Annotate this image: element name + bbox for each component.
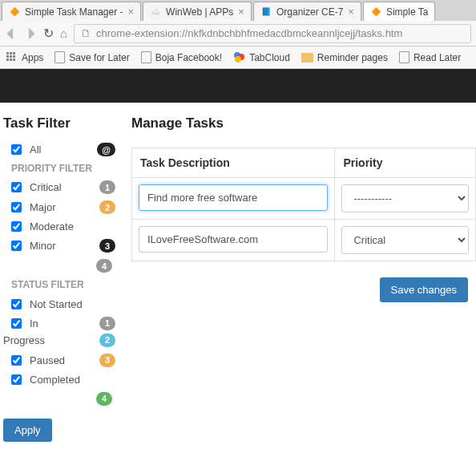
app-header-bar xyxy=(0,69,476,103)
filter-moderate[interactable]: Moderate xyxy=(3,220,115,233)
back-icon[interactable] xyxy=(5,27,18,40)
home-icon[interactable]: ⌂ xyxy=(60,26,67,40)
url-bar[interactable]: 🗋 chrome-extension://nkfkdnbchbhfmedacdb… xyxy=(74,24,471,43)
tab-label: WinWeb | APPs xyxy=(166,6,233,18)
filter-extra-row: 4 xyxy=(3,259,115,273)
tabcloud-icon xyxy=(233,51,245,63)
reload-icon[interactable]: ↻ xyxy=(43,26,54,41)
filter-label: In xyxy=(30,317,99,330)
close-icon[interactable]: × xyxy=(238,6,244,18)
filter-all[interactable]: All @ xyxy=(3,143,115,156)
page-icon xyxy=(141,51,151,63)
browser-nav-bar: ↻ ⌂ 🗋 chrome-extension://nkfkdnbchbhfmed… xyxy=(0,21,476,47)
filter-label: Moderate xyxy=(30,220,115,233)
filter-not-started[interactable]: Not Started xyxy=(3,298,115,310)
table-row: Critical xyxy=(132,220,476,261)
filter-major[interactable]: Major 2 xyxy=(3,200,115,214)
bookmark-reminder[interactable]: Reminder pages xyxy=(301,52,388,63)
tasks-table: Task Description Priority ----------- xyxy=(131,148,476,261)
bookmark-label: Apps xyxy=(22,52,43,63)
filter-label: Paused xyxy=(30,354,99,366)
bookmark-read-later[interactable]: Read Later xyxy=(399,51,461,63)
close-icon[interactable]: × xyxy=(348,6,354,18)
task-description-input[interactable] xyxy=(139,226,328,253)
filter-critical-checkbox[interactable] xyxy=(11,182,22,192)
tab-favicon-icon: 📘 xyxy=(260,6,272,18)
bookmark-label: Save for Later xyxy=(69,52,129,63)
page-icon: 🗋 xyxy=(81,27,91,39)
filter-label: Minor xyxy=(30,240,99,252)
url-text: chrome-extension://nkfkdnbchbhfmedacdbmc… xyxy=(96,27,402,39)
browser-tab-0[interactable]: 🔶 Simple Task Manager - × xyxy=(2,2,141,21)
tab-favicon-icon: ☁️ xyxy=(150,6,161,18)
bookmark-label: TabCloud xyxy=(249,52,290,63)
svg-point-2 xyxy=(235,56,241,63)
sidebar: Task Filter All @ PRIORITY FILTER Critic… xyxy=(3,115,115,442)
filter-badge: 1 xyxy=(99,317,115,330)
tab-label: Organizer CE-7 xyxy=(276,6,343,18)
filter-paused-checkbox[interactable] xyxy=(11,355,22,366)
bookmark-apps[interactable]: Apps xyxy=(6,52,43,63)
filter-label: Completed xyxy=(30,374,115,386)
filter-badge: 3 xyxy=(99,354,115,367)
filter-all-checkbox[interactable] xyxy=(11,144,22,155)
tab-favicon-icon: 🔶 xyxy=(9,6,20,18)
status-filter-header: STATUS FILTER xyxy=(11,279,115,292)
main-panel: Manage Tasks Task Description Priority -… xyxy=(115,115,476,442)
close-icon[interactable]: × xyxy=(128,6,135,18)
bookmark-tabcloud[interactable]: TabCloud xyxy=(233,51,290,63)
task-priority-select[interactable]: Critical xyxy=(341,226,469,254)
filter-label: Not Started xyxy=(30,298,115,310)
task-description-input[interactable] xyxy=(139,184,328,211)
filter-label: All xyxy=(30,144,97,156)
filter-badge: 2 xyxy=(99,334,115,347)
main-title: Manage Tasks xyxy=(131,115,476,131)
filter-completed[interactable]: Completed xyxy=(3,374,115,386)
forward-icon[interactable] xyxy=(24,27,37,40)
filter-badge: 1 xyxy=(99,180,115,194)
filter-major-checkbox[interactable] xyxy=(11,202,22,212)
filter-not-started-checkbox[interactable] xyxy=(11,299,22,309)
browser-tab-1[interactable]: ☁️ WinWeb | APPs × xyxy=(143,2,252,21)
browser-tab-2[interactable]: 📘 Organizer CE-7 × xyxy=(253,2,361,21)
filter-label: Major xyxy=(30,201,99,213)
filter-completed-checkbox[interactable] xyxy=(11,374,22,385)
tab-favicon-icon: 🔶 xyxy=(370,6,381,18)
filter-badge: 4 xyxy=(96,392,112,406)
filter-critical[interactable]: Critical 1 xyxy=(3,180,115,194)
bookmark-save-later[interactable]: Save for Later xyxy=(54,51,129,63)
bookmark-bar: Apps Save for Later Boja Facebook! TabCl… xyxy=(0,47,476,69)
tab-label: Simple Task Manager - xyxy=(25,6,123,18)
bookmark-label: Boja Facebook! xyxy=(155,52,222,63)
bookmark-label: Reminder pages xyxy=(317,52,388,63)
filter-in-progress-checkbox[interactable] xyxy=(11,318,22,329)
filter-label: Critical xyxy=(30,181,99,193)
save-changes-button[interactable]: Save changes xyxy=(380,277,468,302)
priority-filter-header: PRIORITY FILTER xyxy=(11,163,115,174)
apply-button[interactable]: Apply xyxy=(3,419,52,442)
task-priority-select[interactable]: ----------- xyxy=(341,184,469,212)
col-header-priority: Priority xyxy=(335,148,476,178)
bookmark-label: Read Later xyxy=(413,52,461,63)
sidebar-title: Task Filter xyxy=(3,115,115,131)
table-row: ----------- xyxy=(132,178,476,220)
filter-minor[interactable]: Minor 3 xyxy=(3,239,115,253)
folder-icon xyxy=(301,53,313,63)
browser-tab-3[interactable]: 🔶 Simple Ta xyxy=(363,2,435,21)
browser-tab-strip: 🔶 Simple Task Manager - × ☁️ WinWeb | AP… xyxy=(0,0,476,21)
tab-label: Simple Ta xyxy=(386,6,428,18)
filter-moderate-checkbox[interactable] xyxy=(11,221,22,232)
col-header-description: Task Description xyxy=(132,148,335,178)
bookmark-boja-fb[interactable]: Boja Facebook! xyxy=(141,51,222,63)
filter-label: Progress xyxy=(3,334,99,346)
filter-badge: @ xyxy=(97,143,115,156)
filter-paused[interactable]: Paused 3 xyxy=(3,354,115,367)
apps-grid-icon xyxy=(6,52,18,63)
filter-badge: 2 xyxy=(99,200,115,214)
filter-in-progress[interactable]: In 1 Progress 2 xyxy=(3,317,115,347)
filter-minor-checkbox[interactable] xyxy=(11,241,22,251)
filter-badge: 4 xyxy=(96,259,112,273)
filter-badge: 3 xyxy=(99,239,115,253)
page-icon xyxy=(54,51,65,63)
page-icon xyxy=(399,51,409,63)
